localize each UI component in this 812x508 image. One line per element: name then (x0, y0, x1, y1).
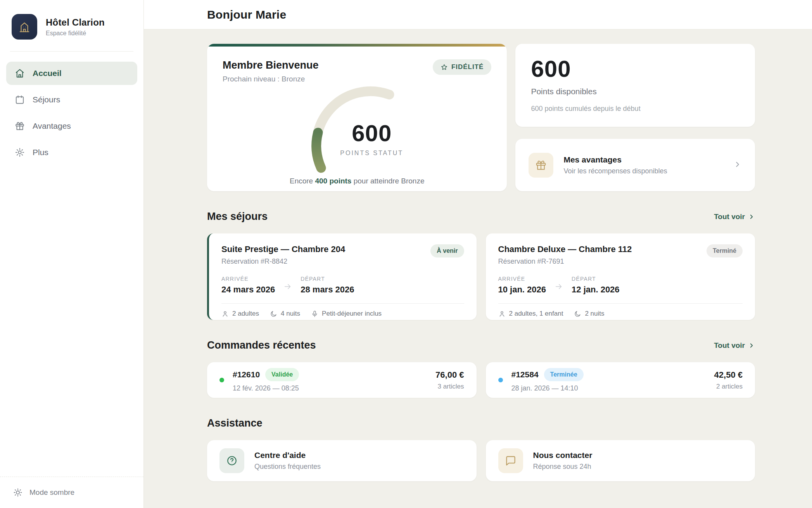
nights-meta: 4 nuits (270, 310, 300, 318)
order-articles: 2 articles (714, 383, 743, 391)
order-articles: 3 articles (435, 383, 464, 391)
departure-label: DÉPART (572, 276, 620, 282)
moon-icon (270, 310, 277, 318)
hotel-logo-icon (12, 14, 37, 40)
help-center-subtitle: Questions fréquentes (254, 463, 321, 471)
sidebar-nav: Accueil Séjours Avantages (0, 52, 143, 477)
order-status-dot (498, 378, 503, 382)
sidebar-item-avantages[interactable]: Avantages (6, 114, 137, 138)
order-status-badge: Validée (265, 368, 299, 381)
orders-see-all-link[interactable]: Tout voir (714, 341, 755, 350)
available-points-note: 600 points cumulés depuis le début (531, 105, 739, 113)
sidebar-item-sejours[interactable]: Séjours (6, 88, 137, 111)
points-gauge: 600 POINTS STATUT (280, 86, 435, 177)
stay-title: Chambre Deluxe — Chambre 112 (498, 244, 632, 254)
moon-icon (574, 310, 581, 318)
dark-mode-label: Mode sombre (29, 488, 74, 497)
order-row[interactable]: #12610 Validée 12 fév. 2026 — 08:25 76,0… (207, 362, 477, 398)
order-id: #12610 (233, 370, 260, 379)
sidebar: Hôtel Clarion Espace fidélité Accueil Sé… (0, 0, 144, 508)
arrival-date: 10 jan. 2026 (498, 285, 546, 295)
status-points-label: POINTS STATUT (329, 150, 415, 157)
sidebar-item-label: Accueil (33, 69, 62, 78)
stay-status-badge: Terminé (707, 244, 743, 257)
sidebar-item-plus[interactable]: Plus (6, 141, 137, 164)
order-status-badge: Terminée (544, 368, 584, 381)
status-points-value: 600 (329, 120, 415, 147)
next-level-note: Encore 400 points pour atteindre Bronze (223, 177, 491, 187)
stay-card[interactable]: Suite Prestige — Chambre 204 Réservation… (207, 233, 477, 320)
stay-reservation: Réservation #R-8842 (221, 257, 345, 266)
orders-section-title: Commandes récentes (207, 339, 316, 351)
departure-date: 28 mars 2026 (301, 285, 354, 295)
stay-reservation: Réservation #R-7691 (498, 257, 632, 266)
help-icon (219, 448, 244, 473)
my-advantages-text: Mes avantages Voir les récompenses dispo… (563, 155, 667, 175)
dark-mode-toggle[interactable]: Mode sombre (0, 477, 143, 508)
breakfast-meta: Petit-déjeuner inclus (311, 310, 382, 318)
available-points-label: Points disponibles (531, 87, 739, 96)
order-amount: 76,00 € (435, 370, 464, 380)
membership-card: Membre Bienvenue Prochain niveau : Bronz… (207, 44, 507, 191)
content: Membre Bienvenue Prochain niveau : Bronz… (144, 29, 812, 508)
sidebar-item-label: Séjours (33, 95, 60, 104)
brand: Hôtel Clarion Espace fidélité (0, 0, 143, 51)
divider (498, 303, 743, 304)
arrow-right-icon (283, 282, 292, 295)
arrival-label: ARRIVÉE (498, 276, 546, 282)
departure-date: 12 jan. 2026 (572, 285, 620, 295)
person-icon (498, 310, 506, 318)
membership-title: Membre Bienvenue (223, 59, 319, 71)
person-icon (221, 310, 229, 318)
calendar-icon (15, 95, 25, 105)
gift-icon (529, 153, 553, 178)
contact-card[interactable]: Nous contacter Réponse sous 24h (486, 440, 755, 481)
available-points-value: 600 (531, 55, 739, 82)
my-advantages-card[interactable]: Mes avantages Voir les récompenses dispo… (515, 139, 755, 191)
main-area: Bonjour Marie Membre Bienvenue Prochain … (144, 0, 812, 508)
sidebar-item-label: Plus (33, 148, 48, 157)
contact-subtitle: Réponse sous 24h (533, 463, 593, 471)
membership-subtitle: Prochain niveau : Bronze (223, 75, 319, 83)
arrow-right-icon (555, 282, 563, 295)
assistance-section-title: Assistance (207, 417, 263, 429)
order-id: #12584 (511, 370, 539, 379)
sidebar-item-accueil[interactable]: Accueil (6, 62, 137, 85)
page-title: Bonjour Marie (207, 8, 286, 21)
membership-heading: Membre Bienvenue Prochain niveau : Bronz… (223, 59, 319, 83)
help-center-title: Centre d'aide (254, 451, 321, 460)
gift-icon (15, 121, 25, 131)
brand-subtitle: Espace fidélité (46, 30, 105, 37)
order-row[interactable]: #12584 Terminée 28 jan. 2026 — 14:10 42,… (486, 362, 755, 398)
stays-section-title: Mes séjours (207, 211, 268, 223)
sun-icon (13, 488, 22, 497)
stay-card[interactable]: Chambre Deluxe — Chambre 112 Réservation… (486, 233, 755, 320)
fidelity-badge: FIDÉLITÉ (433, 59, 492, 75)
arrival-date: 24 mars 2026 (221, 285, 275, 295)
order-date: 28 jan. 2026 — 14:10 (511, 384, 584, 392)
topbar: Bonjour Marie (144, 0, 812, 29)
stays-see-all-link[interactable]: Tout voir (714, 213, 755, 221)
contact-title: Nous contacter (533, 451, 593, 460)
departure-label: DÉPART (301, 276, 354, 282)
sidebar-item-label: Avantages (33, 121, 71, 131)
my-advantages-title: Mes avantages (563, 155, 667, 164)
guests-meta: 2 adultes (221, 310, 259, 318)
divider (221, 303, 464, 304)
help-center-card[interactable]: Centre d'aide Questions fréquentes (207, 440, 477, 481)
brand-name: Hôtel Clarion (46, 17, 105, 28)
guests-meta: 2 adultes, 1 enfant (498, 310, 563, 318)
see-all-label: Tout voir (714, 213, 745, 221)
arrival-label: ARRIVÉE (221, 276, 275, 282)
app-window: Hôtel Clarion Espace fidélité Accueil Sé… (0, 0, 812, 508)
stay-status-badge: À venir (430, 244, 464, 257)
gear-icon (15, 147, 25, 157)
brand-text: Hôtel Clarion Espace fidélité (46, 17, 105, 37)
order-amount: 42,50 € (714, 370, 743, 380)
order-date: 12 fév. 2026 — 08:25 (233, 384, 299, 392)
chat-icon (498, 448, 523, 473)
points-remaining: 400 points (315, 177, 351, 185)
chevron-right-icon (748, 342, 755, 349)
star-icon (441, 64, 448, 71)
fidelity-badge-label: FIDÉLITÉ (451, 63, 484, 71)
